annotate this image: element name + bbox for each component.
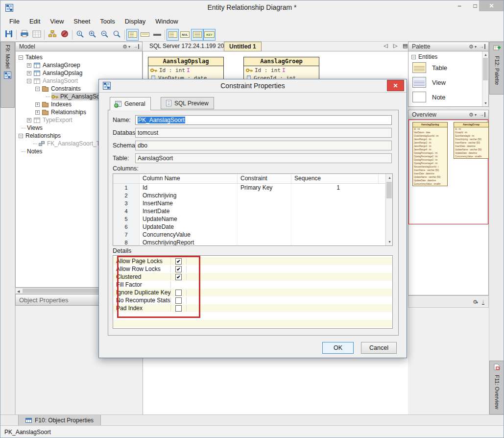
table-row[interactable]: 3InsertName: [113, 199, 392, 207]
expand-icon[interactable]: +: [27, 118, 31, 122]
scroll-up-icon[interactable]: ▲: [484, 52, 487, 57]
gear-icon[interactable]: ⚙: [469, 44, 474, 49]
show-columns-button[interactable]: [167, 29, 179, 41]
tab-list-icon[interactable]: ▤: [403, 43, 408, 49]
dock-right-icon[interactable]: →: [479, 112, 485, 117]
palette-group-entities[interactable]: −Entities: [411, 53, 437, 60]
menu-bar: File Edit View Sheet Tools Display Windo…: [0, 15, 504, 28]
expand-icon[interactable]: +: [35, 110, 40, 115]
tab-scroll-back-icon[interactable]: ◁: [384, 43, 387, 49]
constraint-header[interactable]: Constraint: [238, 174, 291, 183]
save-button[interactable]: [2, 29, 15, 41]
dock-down-icon[interactable]: ↓: [482, 299, 484, 305]
tab-sql-preview[interactable]: SQL Preview: [161, 97, 214, 109]
zoom-in-button[interactable]: [86, 29, 98, 41]
menu-file[interactable]: File: [4, 15, 24, 28]
menu-window[interactable]: Window: [150, 15, 183, 28]
print-button[interactable]: [18, 29, 30, 41]
table-row[interactable]: 5UpdateName: [113, 215, 392, 223]
clustered-checkbox[interactable]: ✔: [175, 274, 182, 280]
tree-item-tables[interactable]: −Tables: [16, 53, 142, 61]
ignore-duplicate-keys-checkbox[interactable]: [175, 290, 182, 296]
overview-dock-tab[interactable]: F11: Overview: [489, 361, 504, 414]
scrollbar-thumb[interactable]: [386, 182, 392, 198]
sequence-header[interactable]: Sequence: [291, 174, 379, 183]
scroll-down-icon[interactable]: ▼: [388, 239, 391, 244]
menu-view[interactable]: View: [45, 15, 69, 28]
chevron-down-icon[interactable]: ▾: [475, 113, 477, 117]
gear-icon[interactable]: ⚙: [469, 112, 474, 118]
expand-icon[interactable]: +: [27, 71, 31, 75]
table-row[interactable]: 6UpdateDate: [113, 223, 392, 231]
expand-icon[interactable]: +: [27, 63, 31, 68]
zoom-out-button[interactable]: [98, 29, 111, 41]
palette-dock-tab[interactable]: F12: Palette: [489, 42, 504, 95]
menu-edit[interactable]: Edit: [24, 15, 45, 28]
tab-general[interactable]: General: [110, 97, 151, 110]
ok-button[interactable]: OK: [322, 342, 354, 354]
palette-scrollbar[interactable]: ▲ ▼: [482, 51, 488, 106]
palette-item-note[interactable]: Note: [412, 92, 445, 102]
table-row[interactable]: 1IdPrimary Key1: [113, 184, 392, 192]
collapse-icon[interactable]: −: [411, 55, 416, 59]
gear-icon[interactable]: ⚙: [122, 44, 127, 49]
grid-button[interactable]: [30, 29, 43, 41]
tree-item-aanslaggroep[interactable]: +AanslagGroep: [16, 61, 142, 69]
name-input[interactable]: PK_AanslagSoort: [135, 115, 392, 125]
model-dock-tab[interactable]: F9: Model: [0, 42, 15, 108]
scrollbar-thumb[interactable]: [483, 58, 488, 80]
minimize-button[interactable]: –: [452, 0, 467, 11]
collapse-icon[interactable]: −: [27, 79, 31, 83]
tab-scroll-forward-icon[interactable]: ▷: [393, 43, 397, 49]
zoom-actual-button[interactable]: [74, 29, 86, 41]
pad-index-checkbox[interactable]: [175, 305, 182, 312]
view-compact-button[interactable]: [151, 29, 163, 41]
scroll-up-icon[interactable]: ▲: [388, 175, 391, 180]
toolbar-separator: [165, 30, 165, 40]
dock-right-icon[interactable]: →: [133, 44, 139, 49]
zoom-select-button[interactable]: [111, 29, 123, 41]
chevron-down-icon[interactable]: ▾: [128, 45, 130, 49]
view-names-button[interactable]: [139, 29, 151, 41]
close-button[interactable]: ✕: [479, 0, 504, 11]
palette-item-view[interactable]: View: [412, 77, 446, 88]
collapse-icon[interactable]: −: [19, 55, 23, 60]
table-row[interactable]: 4InsertDate: [113, 207, 392, 215]
view-attributes-button[interactable]: [126, 29, 139, 41]
chevron-down-icon[interactable]: ▾: [476, 300, 478, 305]
allow-page-locks-checkbox[interactable]: ✔: [175, 258, 182, 265]
menu-sheet[interactable]: Sheet: [69, 15, 95, 28]
menu-tools[interactable]: Tools: [95, 15, 120, 28]
chevron-down-icon[interactable]: ▾: [475, 45, 477, 49]
allow-row-locks-checkbox[interactable]: ✔: [175, 266, 182, 272]
object-properties-dock-tab[interactable]: F10: Object Properties: [18, 415, 101, 426]
scrollbar-thumb[interactable]: [23, 289, 101, 293]
overview-body[interactable]: AanslagOpslag Id : int VanDatum : date O…: [408, 120, 489, 295]
tab-untitled-1[interactable]: Untitled 1: [224, 42, 262, 51]
tree-item-aanslagopslag[interactable]: +AanslagOpslag: [16, 69, 142, 77]
scroll-left-icon[interactable]: ◀: [17, 289, 20, 294]
show-datatypes-button[interactable]: [191, 29, 203, 41]
table-row[interactable]: 8OmschrijvingReport: [113, 239, 392, 246]
menu-display[interactable]: Display: [120, 15, 151, 28]
collapse-icon[interactable]: −: [19, 134, 23, 138]
table-row[interactable]: 7ConcurrencyValue: [113, 231, 392, 239]
columns-scrollbar[interactable]: ▲ ▼: [385, 174, 392, 245]
palette-item-table[interactable]: Table: [412, 62, 447, 73]
dialog-close-button[interactable]: ✕: [387, 80, 404, 91]
abort-button[interactable]: [58, 29, 71, 41]
column-name-header[interactable]: Column Name: [140, 174, 238, 183]
auto-layout-button[interactable]: [46, 29, 58, 41]
scroll-down-icon[interactable]: ▼: [484, 100, 487, 106]
table-row[interactable]: 2Omschrijving: [113, 192, 392, 199]
no-recompute-stats-checkbox[interactable]: [175, 297, 182, 304]
name-label: Name:: [113, 117, 131, 123]
show-nullable-button[interactable]: NUL: [179, 29, 191, 41]
expand-icon[interactable]: +: [35, 102, 40, 107]
cancel-button[interactable]: Cancel: [361, 342, 397, 354]
show-keys-button[interactable]: KEY: [203, 29, 216, 41]
sheet-tab-bar: SQL Server 172.24.1.199 2016 Untitled 1 …: [143, 42, 408, 51]
dock-right-icon[interactable]: →: [479, 44, 485, 49]
collapse-icon[interactable]: −: [35, 87, 40, 91]
tab-sql-server[interactable]: SQL Server 172.24.1.199 2016: [144, 42, 236, 51]
